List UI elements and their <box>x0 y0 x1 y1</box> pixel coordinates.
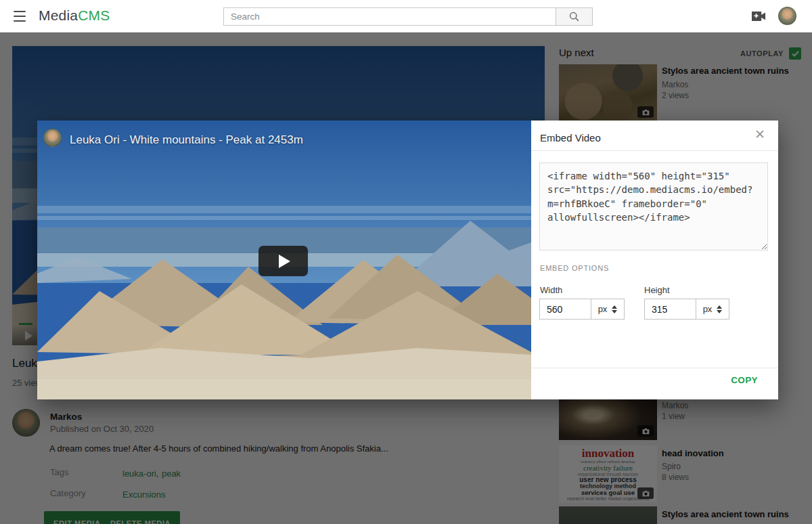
search-button[interactable] <box>556 7 593 26</box>
search-icon <box>568 11 580 22</box>
width-label: Width <box>540 285 562 295</box>
video-camera-plus-icon <box>751 11 766 22</box>
mediacms-app: Leuka Ori - White mountains - Peak at 24… <box>0 0 812 524</box>
height-input[interactable] <box>644 299 696 320</box>
height-unit-select[interactable]: px <box>696 299 729 320</box>
top-header: MediaCMS <box>0 0 812 32</box>
embed-code-textarea[interactable]: <iframe width="560" height="315" src="ht… <box>539 162 768 250</box>
user-avatar[interactable] <box>778 7 796 25</box>
embed-options-label: EMBED OPTIONS <box>540 264 609 272</box>
embed-video-title[interactable]: Leuka Ori - White mountains - Peak at 24… <box>70 133 303 147</box>
divider <box>531 150 778 151</box>
uploader-avatar[interactable] <box>43 129 62 147</box>
width-input[interactable] <box>539 299 591 320</box>
mediacms-logo[interactable]: MediaCMS <box>39 7 110 24</box>
close-icon[interactable]: ✕ <box>754 127 765 142</box>
copy-button[interactable]: COPY <box>731 375 758 385</box>
search-bar <box>223 7 593 26</box>
embed-preview-player[interactable]: Leuka Ori - White mountains - Peak at 24… <box>37 121 531 399</box>
embed-options-panel: Embed Video ✕ <iframe width="560" height… <box>531 121 778 399</box>
menu-icon[interactable] <box>14 11 26 22</box>
embed-video-modal: Leuka Ori - White mountains - Peak at 24… <box>37 121 778 399</box>
spinner-icon <box>612 305 617 313</box>
width-unit-select[interactable]: px <box>591 299 625 320</box>
search-input[interactable] <box>223 7 556 26</box>
play-icon <box>279 255 290 268</box>
upload-media-icon[interactable] <box>751 11 766 24</box>
height-label: Height <box>644 285 670 295</box>
play-button[interactable] <box>258 246 308 276</box>
divider <box>531 368 778 368</box>
spinner-icon <box>717 305 722 313</box>
modal-title: Embed Video <box>540 132 601 144</box>
